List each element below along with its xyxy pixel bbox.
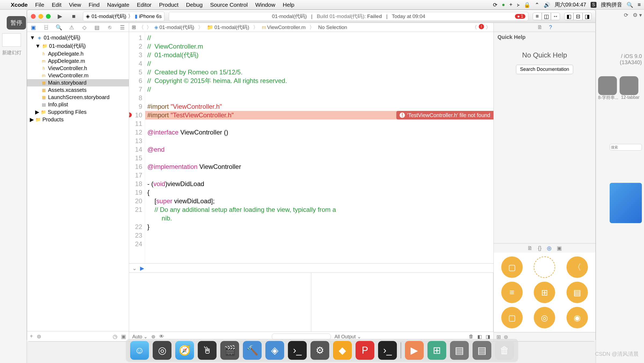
close-button[interactable] bbox=[31, 14, 36, 19]
object-library-tab[interactable]: ◎ bbox=[547, 245, 551, 251]
file-template-tab[interactable]: 🗎 bbox=[527, 245, 533, 251]
standard-editor-button[interactable]: ≡ bbox=[533, 13, 542, 20]
breakpoint-navigator-tab[interactable]: ⎋ bbox=[106, 24, 114, 30]
scm-filter-icon[interactable]: ▣ bbox=[121, 333, 126, 340]
library-item[interactable]: ▢ bbox=[501, 307, 523, 328]
menu-extra-icon[interactable]: ≡ bbox=[638, 2, 641, 8]
symbol-navigator-tab[interactable]: ⌸ bbox=[42, 24, 50, 30]
status-plus-icon[interactable]: + bbox=[509, 2, 513, 8]
menu-find[interactable]: Find bbox=[89, 2, 100, 8]
jump-bar[interactable]: ⊞ 〈 〉 ◈01-modal(代码)〉 📁01-modal(代码)〉 mVie… bbox=[129, 23, 493, 32]
menubar-clock[interactable]: 周六09:04:47 bbox=[555, 1, 586, 8]
dock-stack-icon[interactable]: ▤ bbox=[450, 341, 469, 360]
toggle-utilities-button[interactable]: ◨ bbox=[583, 13, 592, 20]
quick-help-tab[interactable]: ? bbox=[549, 24, 552, 30]
stop-button[interactable]: ■ bbox=[69, 13, 79, 20]
activity-viewer[interactable]: 01-modal(代码)| Build 01-modal(代码): Failed… bbox=[169, 12, 528, 21]
status-wifi-icon[interactable]: ⌃ bbox=[535, 2, 539, 8]
jump-seg-2[interactable]: 01-modal(代码) bbox=[214, 24, 249, 31]
dock-app-icon[interactable]: 🎬 bbox=[220, 341, 239, 360]
error-count-badge[interactable]: ●1 bbox=[515, 14, 525, 19]
menu-editor[interactable]: Editor bbox=[137, 2, 152, 8]
error-gutter-icon[interactable]: ! bbox=[129, 112, 132, 117]
code-editor[interactable]: 12345 6789 !10 1112131415 1617181920 212… bbox=[129, 32, 493, 263]
tree-file-selected[interactable]: ▦Main.storyboard bbox=[27, 79, 129, 86]
dock-app-icon[interactable]: ◎ bbox=[153, 341, 171, 360]
project-navigator-tab[interactable]: ▣ bbox=[30, 24, 37, 31]
tree-file[interactable]: ▤Info.plist bbox=[27, 101, 129, 108]
library-item[interactable]: ◎ bbox=[534, 307, 555, 328]
debug-navigator-tab[interactable]: ▤ bbox=[93, 24, 101, 31]
tree-project-root[interactable]: ▼ ◈01-modal(代码) bbox=[27, 34, 129, 42]
library-item[interactable]: ▢ bbox=[534, 256, 555, 278]
version-editor-button[interactable]: ↔ bbox=[551, 13, 560, 20]
recent-filter-icon[interactable]: ◷ bbox=[113, 333, 117, 340]
object-library-grid[interactable]: ▢ ▢ 〈 ≡ ⊞ ▤ ▢ ◎ ◉ bbox=[494, 253, 595, 332]
menu-edit[interactable]: Edit bbox=[52, 2, 61, 8]
menu-debug[interactable]: Debug bbox=[186, 2, 203, 8]
inline-error[interactable]: !'TestViewController.h' file not found bbox=[396, 111, 493, 119]
tree-file[interactable]: hAppDelegate.h bbox=[27, 50, 129, 57]
dock-app-icon[interactable]: ›_ bbox=[378, 341, 397, 360]
jump-seg-4[interactable]: No Selection bbox=[318, 24, 347, 30]
menu-product[interactable]: Product bbox=[159, 2, 178, 8]
app-name[interactable]: Xcode bbox=[11, 2, 28, 8]
search-documentation-button[interactable]: Search Documentation bbox=[516, 65, 573, 74]
status-volume-icon[interactable]: 🔊 bbox=[544, 2, 550, 8]
dock-settings-icon[interactable]: ⚙ bbox=[310, 341, 329, 360]
tree-supporting[interactable]: ▶ 📁Supporting Files bbox=[27, 108, 129, 116]
report-navigator-tab[interactable]: ☰ bbox=[119, 24, 126, 31]
debug-eye-icon[interactable]: 👁 bbox=[159, 334, 164, 339]
library-item[interactable]: ⊞ bbox=[534, 282, 555, 303]
dock-xcode-icon[interactable]: ◈ bbox=[265, 341, 284, 360]
tree-products[interactable]: ▶ 📁Products bbox=[27, 116, 129, 123]
source-code[interactable]: // // ViewController.m // 01-modal(代码) /… bbox=[145, 32, 493, 263]
library-item[interactable]: ▤ bbox=[566, 282, 588, 303]
menu-view[interactable]: View bbox=[69, 2, 81, 8]
dock-xcode-tool-icon[interactable]: 🔨 bbox=[243, 341, 262, 360]
library-item[interactable]: 〈 bbox=[566, 256, 588, 278]
file-inspector-tab[interactable]: 🗎 bbox=[537, 24, 543, 30]
tree-group[interactable]: ▼ 📁01-modal(代码) bbox=[27, 42, 129, 50]
back-button[interactable]: 〈 bbox=[139, 24, 144, 31]
status-sync-icon[interactable]: ⟳ bbox=[493, 2, 497, 8]
dock-app-icon[interactable]: ⊞ bbox=[427, 341, 446, 360]
tree-file[interactable]: hViewController.h bbox=[27, 65, 129, 72]
dock-finder-icon[interactable]: ☺ bbox=[130, 341, 149, 360]
status-bluetooth-icon[interactable]: ᚛ bbox=[517, 2, 519, 8]
related-items-icon[interactable]: ⊞ bbox=[132, 24, 136, 30]
menu-navigate[interactable]: Navigate bbox=[107, 2, 129, 8]
issue-indicator[interactable]: ! bbox=[479, 24, 484, 29]
prev-issue-button[interactable]: 〈 bbox=[472, 24, 477, 31]
minimize-button[interactable] bbox=[38, 14, 43, 19]
status-lock-icon[interactable]: 🔒 bbox=[524, 2, 530, 8]
library-item[interactable]: ≡ bbox=[501, 282, 523, 303]
menu-file[interactable]: File bbox=[35, 2, 44, 8]
ime-indicator[interactable]: S bbox=[591, 2, 597, 8]
status-play-icon[interactable]: ● bbox=[502, 2, 505, 8]
menu-source-control[interactable]: Source Control bbox=[210, 2, 248, 8]
dock-app-icon[interactable]: ▶ bbox=[405, 341, 424, 360]
library-item[interactable]: ▢ bbox=[501, 256, 523, 278]
menu-window[interactable]: Window bbox=[255, 2, 275, 8]
next-issue-button[interactable]: 〉 bbox=[486, 24, 491, 31]
toggle-navigator-button[interactable]: ◧ bbox=[564, 13, 573, 20]
tree-file[interactable]: ▦Assets.xcassets bbox=[27, 86, 129, 94]
breakpoint-toggle-icon[interactable]: ▶ bbox=[140, 265, 144, 271]
dock-sketch-icon[interactable]: ◆ bbox=[333, 341, 352, 360]
console-pane[interactable] bbox=[311, 273, 493, 332]
filter-icon[interactable]: ⊚ bbox=[37, 333, 41, 340]
tree-file[interactable]: mViewController.m bbox=[27, 72, 129, 79]
debug-toggle-icon[interactable]: ⌄ bbox=[132, 265, 137, 271]
code-snippet-tab[interactable]: {} bbox=[538, 245, 541, 251]
tree-file[interactable]: mAppDelegate.m bbox=[27, 57, 129, 65]
dock-terminal-icon[interactable]: ›_ bbox=[288, 341, 307, 360]
jump-seg-1[interactable]: 01-modal(代码) bbox=[159, 24, 194, 31]
issue-navigator-tab[interactable]: ⚠ bbox=[68, 24, 75, 31]
maximize-button[interactable] bbox=[46, 14, 51, 19]
test-navigator-tab[interactable]: ◇ bbox=[80, 24, 88, 31]
assistant-editor-button[interactable]: ◫ bbox=[542, 13, 551, 20]
toggle-debug-button[interactable]: ⊟ bbox=[573, 13, 583, 20]
forward-button[interactable]: 〉 bbox=[147, 24, 152, 31]
search-icon[interactable]: 🔍 bbox=[627, 2, 633, 8]
